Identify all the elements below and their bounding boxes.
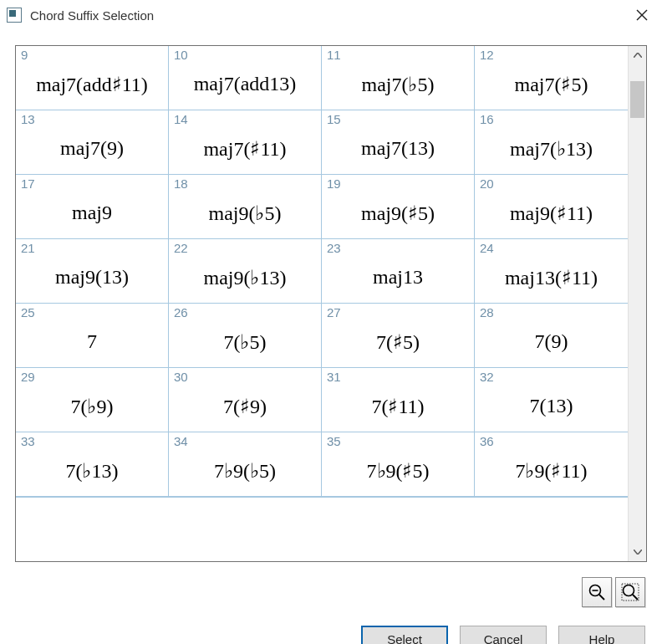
cell-number: 19 bbox=[327, 176, 341, 191]
zoom-out-icon bbox=[588, 583, 606, 601]
cell-number: 18 bbox=[174, 176, 188, 191]
chord-cell[interactable]: 19maj9(♯5) bbox=[322, 175, 475, 239]
select-button[interactable]: Select bbox=[361, 626, 448, 644]
chord-suffix-label: maj9(13) bbox=[16, 266, 168, 289]
scroll-up-button[interactable] bbox=[629, 46, 646, 64]
cell-number: 24 bbox=[480, 241, 494, 255]
help-button[interactable]: Help bbox=[558, 626, 645, 644]
scrollbar-thumb[interactable] bbox=[630, 81, 644, 118]
chord-suffix-label: 7(9) bbox=[475, 330, 628, 353]
chevron-up-icon bbox=[634, 53, 642, 58]
chord-cell[interactable]: 337(♭13) bbox=[16, 432, 169, 497]
chord-suffix-label: 7♭9(♭5) bbox=[169, 459, 321, 483]
cell-number: 33 bbox=[21, 434, 35, 448]
chord-cell[interactable]: 16maj7(♭13) bbox=[475, 110, 628, 175]
zoom-in-icon bbox=[621, 583, 639, 601]
chord-suffix-label: maj7(♯5) bbox=[475, 73, 628, 96]
chord-cell[interactable]: 20maj9(♯11) bbox=[475, 175, 628, 239]
chord-cell[interactable]: 347♭9(♭5) bbox=[169, 432, 322, 497]
chord-suffix-label: 7(♯5) bbox=[322, 330, 474, 354]
grid-container: 9maj7(add♯11)10maj7(add13)11maj7(♭5)12ma… bbox=[15, 45, 647, 562]
chord-cell[interactable]: 14maj7(♯11) bbox=[169, 110, 322, 175]
chord-suffix-label: maj7(♭13) bbox=[475, 137, 628, 161]
chord-suffix-label: maj7(add♯11) bbox=[16, 73, 168, 96]
chord-cell[interactable]: 10maj7(add13) bbox=[169, 46, 322, 110]
cell-number: 35 bbox=[327, 434, 341, 448]
chord-suffix-label: 7(13) bbox=[475, 395, 628, 417]
chord-cell[interactable]: 21maj9(13) bbox=[16, 239, 169, 304]
scrollbar-track[interactable] bbox=[629, 64, 646, 543]
cell-number: 26 bbox=[174, 305, 188, 319]
chord-suffix-label: 7(♭5) bbox=[169, 330, 321, 354]
chord-suffix-label: 7(♯11) bbox=[322, 395, 474, 418]
cell-number: 10 bbox=[174, 48, 188, 62]
chord-suffix-label: 7♭9(♯5) bbox=[322, 459, 474, 483]
chord-cell[interactable]: 23maj13 bbox=[322, 239, 475, 304]
chord-suffix-label: 7♭9(♯11) bbox=[475, 459, 628, 483]
cell-number: 21 bbox=[21, 241, 35, 255]
chord-suffix-label: maj7(13) bbox=[322, 137, 474, 160]
cell-number: 34 bbox=[174, 434, 188, 448]
zoom-out-button[interactable] bbox=[582, 577, 612, 607]
chord-cell[interactable]: 277(♯5) bbox=[322, 304, 475, 368]
chord-cell[interactable]: 11maj7(♭5) bbox=[322, 46, 475, 110]
chord-cell[interactable]: 307(♯9) bbox=[169, 368, 322, 432]
zoom-in-button[interactable] bbox=[615, 577, 645, 607]
close-button[interactable] bbox=[622, 0, 662, 30]
app-icon bbox=[7, 8, 22, 23]
cell-number: 11 bbox=[327, 48, 341, 62]
cell-number: 31 bbox=[327, 370, 341, 384]
vertical-scrollbar[interactable] bbox=[628, 46, 646, 561]
cell-number: 12 bbox=[480, 48, 494, 62]
cell-number: 29 bbox=[21, 370, 35, 384]
chord-cell[interactable]: 357♭9(♯5) bbox=[322, 432, 475, 497]
cell-number: 17 bbox=[21, 176, 35, 191]
chord-cell[interactable]: 22maj9(♭13) bbox=[169, 239, 322, 304]
cell-number: 36 bbox=[480, 434, 494, 448]
chord-suffix-label: 7 bbox=[16, 330, 168, 353]
chord-cell[interactable]: 287(9) bbox=[475, 304, 628, 368]
cell-number: 20 bbox=[480, 176, 494, 191]
chord-suffix-label: maj7(add13) bbox=[169, 73, 321, 95]
chord-suffix-label: maj9(♯11) bbox=[475, 202, 628, 225]
chord-suffix-label: maj9(♯5) bbox=[322, 202, 474, 225]
svg-point-5 bbox=[624, 585, 634, 596]
chord-cell[interactable]: 367♭9(♯11) bbox=[475, 432, 628, 497]
chord-cell[interactable]: 24maj13(♯11) bbox=[475, 239, 628, 304]
next-row-peek bbox=[16, 497, 628, 512]
cell-number: 32 bbox=[480, 370, 494, 384]
dialog-buttons: Select Cancel Help bbox=[15, 626, 647, 644]
close-icon bbox=[636, 9, 648, 21]
zoom-controls bbox=[15, 577, 647, 607]
cell-number: 23 bbox=[327, 241, 341, 255]
chord-suffix-label: maj9(♭13) bbox=[169, 266, 321, 289]
chord-cell[interactable]: 9maj7(add♯11) bbox=[16, 46, 169, 110]
chord-cell[interactable]: 267(♭5) bbox=[169, 304, 322, 368]
chord-suffix-label: 7(♯9) bbox=[169, 395, 321, 418]
chord-cell[interactable]: 13maj7(9) bbox=[16, 110, 169, 175]
cell-number: 28 bbox=[480, 305, 494, 319]
chord-cell[interactable]: 317(♯11) bbox=[322, 368, 475, 432]
cell-number: 15 bbox=[327, 112, 341, 126]
chord-cell[interactable]: 12maj7(♯5) bbox=[475, 46, 628, 110]
cell-number: 9 bbox=[21, 48, 28, 62]
svg-line-6 bbox=[633, 595, 638, 600]
chord-grid: 9maj7(add♯11)10maj7(add13)11maj7(♭5)12ma… bbox=[16, 46, 628, 561]
chord-suffix-label: maj9 bbox=[16, 202, 168, 224]
cell-number: 22 bbox=[174, 241, 188, 255]
chord-cell[interactable]: 297(♭9) bbox=[16, 368, 169, 432]
cancel-button[interactable]: Cancel bbox=[460, 626, 547, 644]
svg-line-3 bbox=[599, 595, 604, 600]
chord-cell[interactable]: 15maj7(13) bbox=[322, 110, 475, 175]
chord-cell[interactable]: 257 bbox=[16, 304, 169, 368]
chord-cell[interactable]: 327(13) bbox=[475, 368, 628, 432]
dialog-window: Chord Suffix Selection 9maj7(add♯11)10ma… bbox=[0, 0, 662, 644]
chord-suffix-label: maj7(♯11) bbox=[169, 137, 321, 161]
cell-number: 25 bbox=[21, 305, 35, 319]
chord-suffix-label: maj7(♭5) bbox=[322, 73, 474, 96]
window-title: Chord Suffix Selection bbox=[30, 8, 622, 23]
chord-cell[interactable]: 18maj9(♭5) bbox=[169, 175, 322, 239]
chord-suffix-label: maj13(♯11) bbox=[475, 266, 628, 289]
chord-cell[interactable]: 17maj9 bbox=[16, 175, 169, 239]
scroll-down-button[interactable] bbox=[629, 543, 646, 561]
